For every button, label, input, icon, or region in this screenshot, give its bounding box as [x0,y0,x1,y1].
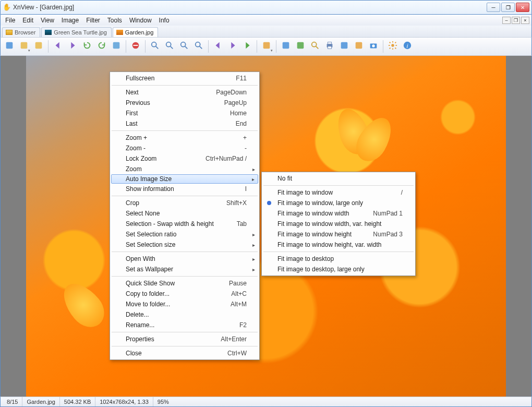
menu-tools[interactable]: Tools [104,16,126,25]
menu-filter[interactable]: Filter [82,16,104,25]
toolbar-separator [257,40,257,53]
menu-view[interactable]: View [37,16,58,25]
mdi-restore-button[interactable]: ❐ [512,17,520,24]
menu-image[interactable]: Image [58,16,82,25]
settings-button[interactable] [386,40,400,53]
open-folder-drop-button[interactable] [17,40,31,53]
close-button[interactable]: ✕ [516,3,529,12]
zoom-in-icon [150,41,160,52]
menuitem-shortcut: / [385,189,403,196]
menuitem-selection-swap-width-height[interactable]: Selection - Swap width & heightTab [111,219,258,229]
tab-green-sea-turtle-jpg[interactable]: Green Sea Turtle.jpg [41,27,112,37]
menuitem-fit-image-to-window-large-only[interactable]: Fit image to window, large only [263,198,414,208]
menuitem-label: Move to folder... [126,301,170,308]
rotate-left-button[interactable] [80,40,94,53]
menuitem-label: Set Selection size [126,241,175,248]
menuitem-previous[interactable]: PreviousPageUp [111,98,258,108]
menuitem-auto-image-size[interactable]: Auto Image Size [111,174,258,184]
menu-window[interactable]: Window [126,16,155,25]
menuitem-fit-image-to-window-width[interactable]: Fit image to window widthNumPad 1 [263,208,414,219]
play-button[interactable] [240,40,254,53]
menuitem-set-as-wallpaper[interactable]: Set as Wallpaper [111,264,258,274]
back-button[interactable] [51,40,65,53]
menuitem-label: Fullscreen [126,75,154,82]
menuitem-first[interactable]: FirstHome [111,108,258,118]
menuitem-label: Zoom + [126,134,147,141]
zoom-out-icon [194,41,203,52]
menu-edit[interactable]: Edit [19,16,37,25]
zoom-in-button[interactable] [148,40,162,53]
menuitem-open-with[interactable]: Open With [111,254,258,264]
tab-garden-jpg[interactable]: Garden.jpg [113,27,158,37]
rotate-right-button[interactable] [95,40,108,53]
menuitem-label: Close [126,350,142,357]
info-button[interactable]: i [401,40,414,53]
menuitem-zoom-[interactable]: Zoom ++ [111,133,258,143]
menuitem-label: Show information [126,185,174,193]
menuitem-shortcut: PageDown [200,89,247,96]
menuitem-fit-image-to-desktop[interactable]: Fit image to desktop [263,254,414,264]
menuitem-show-information[interactable]: Show informationI [111,184,258,194]
scan-button[interactable] [337,40,351,53]
menuitem-fit-image-to-window-height[interactable]: Fit image to window heightNumPad 3 [263,229,414,240]
menuitem-zoom[interactable]: Zoom [111,164,258,174]
fit-desktop-button[interactable] [294,40,307,53]
menuitem-label: Delete... [126,311,149,318]
zoom-out-button[interactable] [192,40,205,53]
zoom-fit-button[interactable] [177,40,191,53]
tab-browser[interactable]: Browser [2,27,40,37]
mdi-minimize-button[interactable]: – [502,17,511,24]
fit-window-button[interactable] [279,40,293,53]
svg-line-7 [156,46,159,49]
image-canvas[interactable]: FullscreenF11NextPageDownPreviousPageUpF… [26,56,506,397]
zoom-100-button[interactable] [163,40,176,53]
mdi-close-button[interactable]: × [521,17,529,24]
browse-mode-button[interactable] [3,40,16,53]
image-drop-button[interactable] [260,40,273,53]
open-folder-button[interactable] [32,40,45,53]
menuitem-select-none[interactable]: Select None [111,208,258,219]
prev-file-button[interactable] [211,40,225,53]
menuitem-close[interactable]: CloseCtrl+W [111,348,258,358]
minimize-button[interactable]: ─ [487,3,500,12]
camera-button[interactable] [367,40,380,53]
menuitem-crop[interactable]: CropShift+X [111,198,258,208]
menuitem-last[interactable]: LastEnd [111,118,258,129]
monitor-button[interactable] [110,40,123,53]
menuitem-quick-slide-show[interactable]: Quick Slide ShowPause [111,278,258,289]
menuitem-shortcut: Shift+X [211,199,247,207]
menuitem-fit-image-to-window-width-var-height[interactable]: Fit image to window width, var. height [263,219,414,229]
menuitem-set-selection-size[interactable]: Set Selection size [111,240,258,250]
menuitem-properties[interactable]: PropertiesAlt+Enter [111,334,258,344]
menuitem-fit-image-to-window-height-var-width[interactable]: Fit image to window height, var. width [263,240,414,250]
menuitem-move-to-folder-[interactable]: Move to folder...Alt+M [111,299,258,309]
menuitem-delete-[interactable]: Delete... [111,309,258,320]
toolbar-separator [126,40,126,53]
svg-line-11 [185,46,188,49]
image-viewport[interactable]: FullscreenF11NextPageDownPreviousPageUpF… [0,56,532,397]
menuitem-next[interactable]: NextPageDown [111,87,258,98]
submenu-auto-image-size[interactable]: No fitFit image to window/Fit image to w… [261,172,416,276]
menuitem-zoom-[interactable]: Zoom -- [111,143,258,153]
context-menu[interactable]: FullscreenF11NextPageDownPreviousPageUpF… [110,71,260,360]
menuitem-rename-[interactable]: Rename...F2 [111,320,258,330]
maximize-button[interactable]: ❐ [501,3,515,12]
print-button[interactable] [323,40,336,53]
menuitem-fit-image-to-window[interactable]: Fit image to window/ [263,187,414,198]
menuitem-copy-to-folder-[interactable]: Copy to folder...Alt+C [111,289,258,299]
menuitem-fit-image-to-desktop-large-only[interactable]: Fit image to desktop, large only [263,264,414,274]
menuitem-label: Set Selection ratio [126,231,176,238]
next-file-button[interactable] [226,40,239,53]
menuitem-lock-zoom[interactable]: Lock ZoomCtrl+NumPad / [111,153,258,164]
menuitem-set-selection-ratio[interactable]: Set Selection ratio [111,229,258,240]
find-button[interactable] [308,40,322,53]
menu-info[interactable]: Info [155,16,173,25]
no-entry-button[interactable] [129,40,142,53]
menu-file[interactable]: File [2,16,19,25]
menuitem-fullscreen[interactable]: FullscreenF11 [111,73,258,83]
menuitem-no-fit[interactable]: No fit [263,173,414,184]
svg-line-32 [395,48,396,49]
pictures-button[interactable] [352,40,366,53]
forward-button[interactable] [66,40,79,53]
svg-point-17 [312,42,317,47]
